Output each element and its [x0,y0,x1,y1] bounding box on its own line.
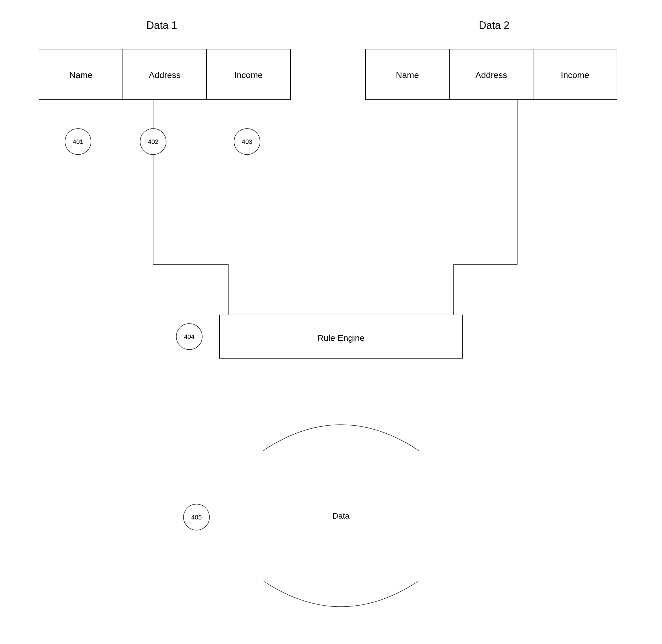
circle-402: 402 [140,129,166,155]
circle-403-label: 403 [242,138,253,145]
circle-405: 405 [183,504,209,530]
data2-table: Name Address Income [366,49,617,100]
diagram-canvas: Data 1 Data 2 Name Address Income Name A… [0,0,662,644]
connector-data1-to-engine-bottom [153,155,228,315]
connector-data2-to-engine [454,100,517,315]
data1-cell-address-label: Address [149,70,181,80]
rule-engine-label: Rule Engine [317,333,364,343]
title-data2: Data 2 [479,19,509,31]
circle-405-label: 405 [191,514,202,521]
circle-401-label: 401 [73,138,84,145]
data-store: Data [263,425,419,607]
data-store-label: Data [332,511,350,520]
title-data1: Data 1 [146,19,177,31]
data2-cell-address-label: Address [475,70,507,80]
circle-404-label: 404 [184,333,195,340]
circle-404: 404 [176,324,202,350]
data1-cell-name-label: Name [69,70,92,80]
circle-403: 403 [234,129,260,155]
data1-cell-income-label: Income [234,70,262,80]
circle-401: 401 [65,129,91,155]
circle-402-label: 402 [148,138,159,145]
data2-cell-income-label: Income [561,70,589,80]
data2-cell-name-label: Name [396,70,419,80]
data1-table: Name Address Income [39,49,290,100]
